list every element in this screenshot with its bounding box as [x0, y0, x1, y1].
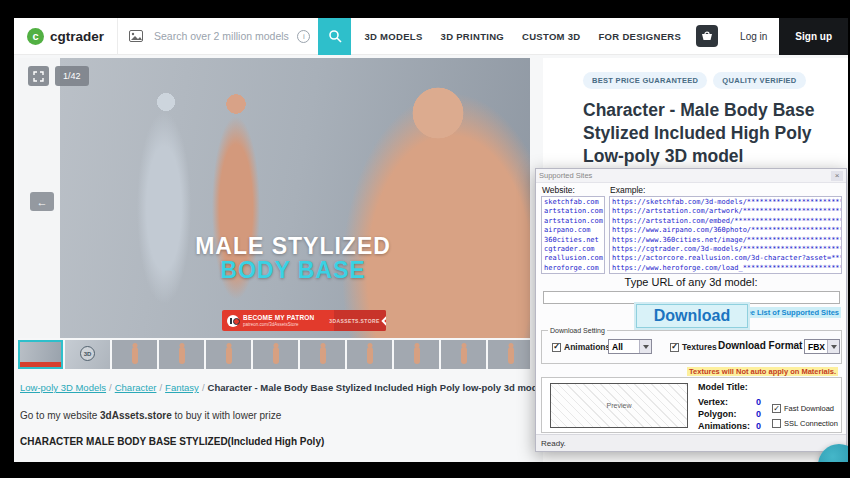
- example-url-2[interactable]: https://artstation.com/embed/***********…: [612, 217, 839, 226]
- fullscreen-button[interactable]: [28, 66, 49, 86]
- fast-download-checkbox[interactable]: ✓ Fast Download: [772, 404, 834, 413]
- popup-title: Supported Sites: [539, 171, 592, 180]
- nav-link-2[interactable]: CUSTOM 3D: [522, 31, 580, 42]
- animations-select[interactable]: All: [608, 339, 652, 354]
- description-line1: Go to my website 3dAssets.store to buy i…: [20, 410, 281, 421]
- example-url-6[interactable]: https://actorcore.reallusion.com/3d-char…: [612, 254, 839, 263]
- model-url-input[interactable]: [543, 291, 840, 304]
- info-icon[interactable]: i: [297, 30, 310, 43]
- preview-placeholder: Preview: [550, 383, 688, 428]
- brand[interactable]: c cgtrader: [14, 28, 117, 45]
- patron-title: BECOME MY PATRON: [243, 314, 314, 322]
- pose-figure: [320, 347, 326, 364]
- thumbnail-10[interactable]: [441, 340, 486, 369]
- thumbnail-1[interactable]: [18, 340, 63, 369]
- website-entry-0[interactable]: sketchfab.com: [544, 198, 602, 207]
- downloader-popup: Supported Sites × Website: Example: sket…: [535, 168, 847, 452]
- checkbox-checked-icon[interactable]: ✓: [670, 343, 679, 352]
- thumbnail-9[interactable]: [394, 340, 439, 369]
- textures-checkbox[interactable]: ✓ Textures: [670, 342, 717, 352]
- website-entry-6[interactable]: reallusion.com: [544, 254, 602, 263]
- store-link[interactable]: 3dAssets.store: [100, 410, 172, 421]
- animations-count-label: Animations:: [698, 421, 750, 431]
- url-label: Type URL of any 3d model:: [536, 276, 846, 288]
- breadcrumb-separator: /: [109, 382, 112, 393]
- dropdown-arrow-icon[interactable]: [827, 340, 839, 353]
- search-input[interactable]: [154, 30, 289, 42]
- website-entry-3[interactable]: airpano.com: [544, 226, 602, 235]
- download-settings-group: Download Setting ✓ Animations All ✓ Text…: [541, 330, 842, 364]
- popup-titlebar[interactable]: Supported Sites ×: [536, 169, 846, 183]
- product-badge-0: BEST PRICE GUARANTEED: [583, 72, 707, 89]
- vertex-value: 0: [756, 397, 761, 407]
- prev-image-button[interactable]: ←: [30, 192, 54, 211]
- patreon-banner: BECOME MY PATRON patreon.com/3dAssetsSto…: [222, 310, 386, 331]
- model-viewer[interactable]: 1/42 ← MALE STYLIZED BODY BASE BECOME MY…: [18, 58, 530, 338]
- website-entry-7[interactable]: heroforge.com: [544, 264, 602, 273]
- thumbnail-6[interactable]: [253, 340, 298, 369]
- breadcrumb-link-2[interactable]: Fantasy: [165, 382, 199, 393]
- website-entry-4[interactable]: 360cities.net: [544, 236, 602, 245]
- patreon-icon: [227, 315, 239, 327]
- page: c cgtrader i 3D MODELS3D PRINTINGCUSTOM …: [14, 18, 848, 462]
- ssl-connection-checkbox[interactable]: SSL Connection: [772, 419, 838, 428]
- close-button[interactable]: ×: [831, 171, 843, 181]
- download-button[interactable]: Download: [636, 304, 748, 328]
- pose-figure: [508, 347, 514, 364]
- format-select[interactable]: FBX: [804, 339, 840, 354]
- login-button[interactable]: Log in: [740, 31, 767, 42]
- image-search-button[interactable]: [118, 18, 154, 55]
- checkbox-checked-icon[interactable]: ✓: [552, 343, 561, 352]
- thumbnail-7[interactable]: [300, 340, 345, 369]
- thumbnail-5[interactable]: [206, 340, 251, 369]
- image-search-icon: [129, 30, 143, 42]
- thumbnail-8[interactable]: [347, 340, 392, 369]
- cube-icon: [381, 315, 386, 326]
- checkbox-unchecked-icon[interactable]: [772, 419, 781, 428]
- thumbnail-11[interactable]: [488, 340, 530, 369]
- example-column-header: Example:: [610, 185, 645, 195]
- patreon-banner-left: BECOME MY PATRON patreon.com/3dAssetsSto…: [222, 310, 334, 331]
- example-url-0[interactable]: https://sketchfab.com/3d-models/********…: [612, 198, 839, 207]
- model-info-box: Preview Model Title: Vertex: 0 Polygon: …: [541, 377, 842, 433]
- example-url-4[interactable]: https://www.360cities.net/image/********…: [612, 236, 839, 245]
- signup-button[interactable]: Sign up: [779, 18, 848, 55]
- animations-count-value: 0: [756, 421, 761, 431]
- thumbnail-3[interactable]: [112, 340, 157, 369]
- breadcrumb-link-1[interactable]: Character: [115, 382, 157, 393]
- breadcrumb-links: Low-poly 3D Models/Character/Fantasy/: [20, 382, 208, 393]
- overlay-title: MALE STYLIZED BODY BASE: [78, 234, 508, 282]
- thumbnail-2[interactable]: 3D: [65, 340, 110, 369]
- breadcrumb-separator: /: [202, 382, 205, 393]
- format-label: Download Format :: [718, 340, 809, 351]
- textures-warning: Textures will Not auto apply on Material…: [687, 367, 838, 376]
- nav-link-0[interactable]: 3D MODELS: [364, 31, 422, 42]
- see-supported-sites-link[interactable]: See List of Supported Sites: [739, 307, 841, 318]
- nav-link-3[interactable]: FOR DESIGNERS: [599, 31, 682, 42]
- example-url-7[interactable]: https://www.heroforge.com/load_*********…: [612, 264, 839, 273]
- example-url-5[interactable]: https://cgtrader.com/3d-models/*********…: [612, 245, 839, 254]
- breadcrumb-current: Character - Male Body Base Stylized Incl…: [208, 382, 546, 393]
- example-url-1[interactable]: https://artstation.com/artwork/*********…: [612, 207, 839, 216]
- image-counter: 1/42: [55, 66, 89, 86]
- breadcrumb: Low-poly 3D Models/Character/Fantasy/Cha…: [20, 382, 545, 393]
- search-icon: [328, 29, 342, 43]
- website-entry-5[interactable]: cgtrader.com: [544, 245, 602, 254]
- thumbnail-4[interactable]: [159, 340, 204, 369]
- search-button[interactable]: [318, 18, 351, 55]
- model-title-label: Model Title:: [698, 382, 748, 392]
- nav-link-1[interactable]: 3D PRINTING: [441, 31, 504, 42]
- breadcrumb-link-0[interactable]: Low-poly 3D Models: [20, 382, 106, 393]
- breadcrumb-separator: /: [159, 382, 162, 393]
- animations-checkbox[interactable]: ✓ Animations: [552, 342, 610, 352]
- vertex-label: Vertex:: [698, 397, 728, 407]
- website-entry-1[interactable]: artstation.com: [544, 207, 602, 216]
- nav-links: 3D MODELS3D PRINTINGCUSTOM 3DFOR DESIGNE…: [355, 31, 690, 42]
- cart-button[interactable]: [696, 25, 718, 47]
- patron-subtitle: patreon.com/3dAssetsStore: [243, 322, 314, 327]
- website-entry-2[interactable]: artstation.com: [544, 217, 602, 226]
- dropdown-arrow-icon[interactable]: [639, 340, 651, 353]
- example-url-3[interactable]: https://www.airpano.com/360photo/*******…: [612, 226, 839, 235]
- pose-figure: [414, 347, 420, 364]
- checkbox-checked-icon[interactable]: ✓: [772, 404, 781, 413]
